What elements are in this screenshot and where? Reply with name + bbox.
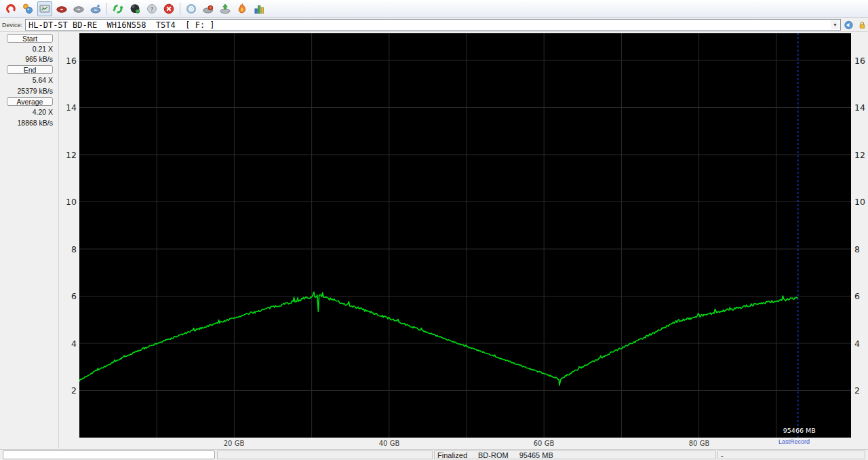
disc-gray-icon-button[interactable] [71,1,86,16]
toolbar-separator [180,3,180,15]
x-axis-tick-label: 80 GB [684,440,714,447]
toolbar: ? [0,0,868,18]
x-axis-tick-label: 40 GB [374,440,404,447]
end-label-box: End [7,65,53,74]
eject-disc-icon-button[interactable] [218,1,233,16]
disc-info-icon: ? [146,3,158,15]
lights-icon [22,3,34,15]
sidebar: Start 0.21 X 965 kB/s End 5.64 X 25379 k… [0,32,59,448]
disc-gray-icon [73,3,85,15]
lock-icon [857,19,867,31]
device-bar: Device: HL-DT-ST BD-RE WH16NS58 TST4 [ F… [0,18,868,32]
x-axis-tick-label: 20 GB [219,440,249,447]
svg-text:?: ? [150,5,153,12]
y-axis-tick-label: 8 [60,244,77,254]
average-speed-value: 4.20 X [4,108,53,116]
stats-icon [253,3,265,15]
plot-area: 95466 MB [79,33,851,438]
cd-ring-icon [185,3,197,15]
start-rate-value: 965 kB/s [4,55,53,63]
eject-disc-icon [219,3,231,15]
y-axis-tick-label: 12 [854,150,868,160]
benchmark-icon [39,3,51,15]
device-bar-buttons [841,19,868,31]
y-axis-tick-label: 12 [60,150,77,160]
burn-disc-icon [202,3,214,15]
y-axis-tick-label: 6 [60,291,77,301]
benchmark-icon-button[interactable] [37,1,52,16]
start-speed-value: 0.21 X [4,45,53,53]
disc-copy-icon-button[interactable] [88,1,103,16]
y-axis-tick-label: 4 [854,339,868,349]
lights-icon-button[interactable] [20,1,35,16]
y-axis-tick-label: 2 [60,385,77,396]
flame-icon-button[interactable] [235,1,250,16]
y-axis-tick-label: 14 [854,102,868,113]
y-axis-tick-label: 10 [854,197,868,207]
end-marker-capacity-label: 95466 MB [783,427,816,434]
y-axis-tick-label: 6 [854,291,868,301]
burn-disc-icon-button[interactable] [201,1,216,16]
status-bar: Finalized BD-ROM 95465 MB - [0,449,868,460]
y-axis-tick-label: 14 [60,102,77,113]
average-label-box: Average [7,97,53,106]
chevron-down-icon[interactable]: ▼ [831,20,840,29]
disc-copy-icon [90,3,102,15]
status-disc-type: BD-ROM [478,451,509,459]
status-progress-box [3,451,215,459]
speed-chart: 95466 MB [79,33,851,438]
y-axis-tick-label: 4 [60,339,77,349]
speaker-icon [844,19,854,31]
status-capacity: 95465 MB [519,451,553,459]
read-speed-curve [79,292,797,385]
y-axis-tick-label: 16 [854,56,868,66]
disc-info-icon-button[interactable]: ? [144,1,159,16]
erase-disc-icon [129,3,141,15]
y-axis-tick-label: 16 [60,56,77,66]
y-axis-tick-label: 2 [854,385,868,396]
status-segment-empty [217,451,433,459]
refresh-icon [112,3,124,15]
y-axis-tick-label: 8 [854,244,868,254]
status-disc-info: Finalized BD-ROM 95465 MB [434,451,716,459]
power-icon-button[interactable] [3,1,18,16]
end-speed-value: 5.64 X [4,76,53,84]
device-label: Device: [2,22,22,28]
disc-red-icon-button[interactable] [54,1,69,16]
x-axis-tick-label: 60 GB [529,440,559,447]
start-label-box: Start [7,34,53,43]
last-record-label: LastRecord [770,438,818,445]
end-rate-value: 25379 kB/s [4,87,53,95]
average-rate-value: 18868 kB/s [4,119,53,127]
cd-ring-icon-button[interactable] [184,1,199,16]
device-combobox[interactable]: HL-DT-ST BD-RE WH16NS58 TST4 [ F: ] ▼ [25,19,841,31]
power-icon [5,3,17,15]
stats-icon-button[interactable] [252,1,267,16]
application-window: ? Device: HL-DT-ST BD-RE WH16NS58 TST4 [… [0,0,868,460]
stop-icon-button[interactable] [161,1,176,16]
device-value: HL-DT-ST BD-RE WH16NS58 TST4 [ F: ] [26,20,215,30]
y-axis-tick-label: 10 [60,197,77,207]
flame-icon [236,3,248,15]
disc-red-icon [56,3,68,15]
toolbar-separator [106,3,107,15]
refresh-icon-button[interactable] [111,1,125,16]
stop-icon [163,3,175,15]
lock-icon-button[interactable] [856,19,868,31]
speaker-icon-button[interactable] [843,19,854,31]
status-segment-right: - [717,451,865,459]
erase-disc-icon-button[interactable] [127,1,142,16]
status-finalized: Finalized [437,451,467,459]
